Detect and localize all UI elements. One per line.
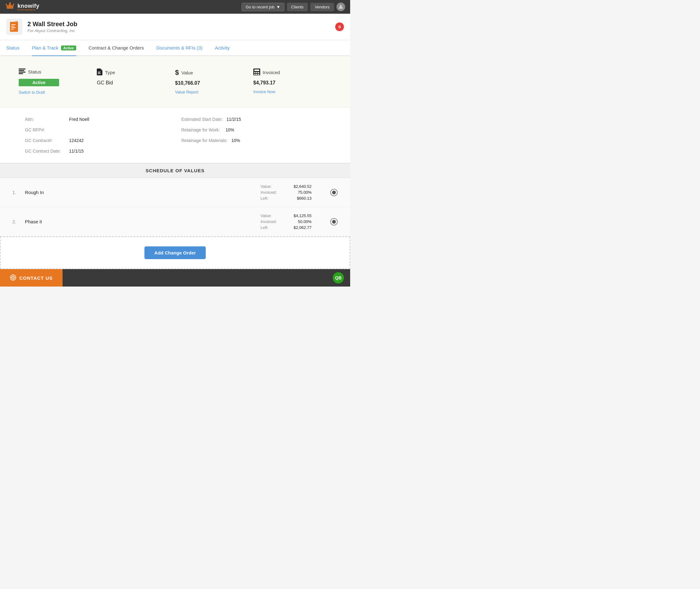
sov-item-2-left-row: Left: $2,062.77	[261, 225, 312, 230]
tab-contract-change-orders[interactable]: Contract & Change Orders	[89, 40, 144, 56]
gc-contract-label: GC Contract#:	[25, 138, 65, 143]
schedule-of-values-section: SCHEDULE OF VALUES 1. Rough In Value: $2…	[0, 163, 350, 236]
svg-rect-11	[19, 68, 25, 69]
tab-plan-track[interactable]: Plan & Track Active	[32, 40, 76, 56]
sov-item-2-right: Value: $4,125.55 Invoiced: 50.00% Left: …	[261, 213, 338, 230]
sov-item-2-radio[interactable]	[330, 218, 338, 225]
vendors-button[interactable]: Vendors	[310, 3, 334, 11]
sov-item-2-left-label: Left:	[261, 225, 279, 230]
sov-item-1-radio-inner	[332, 191, 336, 194]
svg-rect-16	[98, 72, 100, 73]
sov-item-1: 1. Rough In Value: $2,640.52 Invoiced: 7…	[0, 178, 350, 207]
svg-rect-13	[19, 72, 25, 72]
add-change-order-button[interactable]: Add Change Order	[144, 246, 206, 259]
switch-to-draft-link[interactable]: Switch to Draft	[19, 90, 97, 95]
status-col: Status Active Switch to Draft	[19, 68, 97, 95]
dollar-icon: $	[175, 68, 179, 76]
sov-item-2-vals: Value: $4,125.55 Invoiced: 50.00% Left: …	[261, 213, 312, 230]
svg-point-1	[9, 2, 11, 4]
retainage-materials-label: Retainage for Materials:	[182, 138, 228, 143]
svg-rect-14	[19, 73, 23, 74]
job-header: 2 Wall Street Job For Akyuz Contracting,…	[0, 14, 350, 40]
plan-track-badge: Active	[61, 45, 76, 50]
user-avatar[interactable]	[336, 2, 345, 11]
retainage-work-label: Retainage for Work:	[182, 128, 222, 132]
svg-rect-8	[11, 27, 16, 28]
sov-item-2-number: 2.	[12, 219, 20, 224]
sov-item-1-left: $660.13	[287, 196, 312, 201]
status-icon	[19, 68, 25, 75]
tab-status[interactable]: Status	[6, 40, 20, 56]
invoiced-col: Invoiced $4,793.17 Invoice Now	[253, 68, 331, 95]
est-start-label: Estimated Start Date:	[182, 117, 223, 122]
svg-rect-24	[256, 74, 257, 75]
svg-rect-21	[256, 72, 257, 73]
details-left: Attn: Fred Noell GC RFP#: GC Contract#: …	[25, 117, 169, 154]
quickbooks-logo[interactable]: QB	[333, 272, 344, 283]
notification-badge[interactable]: 0	[335, 22, 344, 31]
sov-item-2-name: Phase II	[25, 219, 42, 224]
svg-rect-22	[258, 72, 259, 73]
status-col-label: Status	[19, 68, 97, 75]
sov-item-1-number: 1.	[12, 190, 20, 195]
svg-rect-25	[258, 74, 259, 75]
sov-item-2-radio-inner	[332, 220, 336, 224]
status-active-badge: Active	[19, 79, 59, 86]
attn-label: Attn:	[25, 117, 65, 122]
sov-item-2-invoiced-label: Invoiced:	[261, 219, 279, 224]
type-col-label: Type	[97, 68, 175, 76]
invoice-now-link[interactable]: Invoice Now	[253, 89, 331, 94]
sov-item-2-value-label: Value:	[261, 213, 279, 218]
gc-contract-date-row: GC Contract Date: 11/1/15	[25, 149, 169, 154]
sov-item-1-invoiced-label: Invoiced:	[261, 190, 279, 195]
sov-item-1-invoiced: 75.00%	[287, 190, 312, 195]
tab-documents-rfis[interactable]: Documents & RFIs (3)	[156, 40, 202, 56]
svg-rect-12	[19, 70, 24, 71]
chevron-down-icon: ▼	[276, 5, 281, 9]
svg-rect-7	[11, 26, 14, 26]
sov-item-2-value-row: Value: $4,125.55	[261, 213, 312, 218]
clients-button[interactable]: Clients	[287, 3, 308, 11]
status-section: Status Active Switch to Draft Type GC Bi…	[0, 56, 350, 108]
svg-rect-6	[11, 24, 16, 25]
contact-icon	[10, 274, 16, 281]
sov-item-1-left-row: Left: $660.13	[261, 196, 312, 201]
sov-item-1-name: Rough In	[25, 190, 44, 195]
tab-activity[interactable]: Activity	[215, 40, 230, 56]
value-col-label: $ Value	[175, 68, 253, 76]
gc-contract-value: 124242	[69, 138, 84, 143]
svg-point-3	[6, 4, 7, 5]
logo-area: knowify Contractors	[5, 2, 39, 12]
retainage-materials-row: Retainage for Materials: 10%	[182, 138, 326, 143]
type-col: Type GC Bid	[97, 68, 175, 95]
job-title: 2 Wall Street Job	[27, 21, 77, 28]
sov-item-1-radio[interactable]	[330, 189, 338, 196]
job-info: 2 Wall Street Job For Akyuz Contracting,…	[27, 21, 77, 33]
goto-recent-job-button[interactable]: Go to recent job ▼	[242, 3, 284, 11]
svg-rect-19	[254, 69, 259, 71]
est-start-value: 11/2/15	[227, 117, 241, 122]
sov-item-2-left: 2. Phase II	[12, 219, 42, 224]
top-navigation: knowify Contractors Go to recent job ▼ C…	[0, 0, 350, 14]
calculator-icon	[253, 68, 260, 76]
job-icon	[6, 19, 22, 35]
sov-header: SCHEDULE OF VALUES	[0, 163, 350, 178]
attn-value: Fred Noell	[69, 117, 89, 122]
sov-item-2: 2. Phase II Value: $4,125.55 Invoiced: 5…	[0, 207, 350, 236]
gc-contract-date-value: 11/1/15	[69, 149, 84, 154]
sov-item-1-value: $2,640.52	[287, 184, 312, 189]
svg-rect-17	[98, 73, 101, 74]
svg-rect-20	[254, 72, 256, 73]
contact-us-button[interactable]: CONTACT US	[0, 269, 63, 286]
nav-right: Go to recent job ▼ Clients Vendors	[242, 2, 345, 11]
value-col: $ Value $10,766.07 Value Report	[175, 68, 253, 95]
retainage-materials-value: 10%	[231, 138, 240, 143]
sov-item-1-invoiced-row: Invoiced: 75.00%	[261, 190, 312, 195]
invoiced-col-label: Invoiced	[253, 68, 331, 76]
gc-rfp-label: GC RFP#:	[25, 128, 65, 132]
sov-item-2-left: $2,062.77	[287, 225, 312, 230]
sov-item-2-value: $4,125.55	[287, 213, 312, 218]
value-report-link[interactable]: Value Report	[175, 90, 253, 94]
retainage-work-row: Retainage for Work: 10%	[182, 128, 326, 132]
sov-item-1-value-row: Value: $2,640.52	[261, 184, 312, 189]
